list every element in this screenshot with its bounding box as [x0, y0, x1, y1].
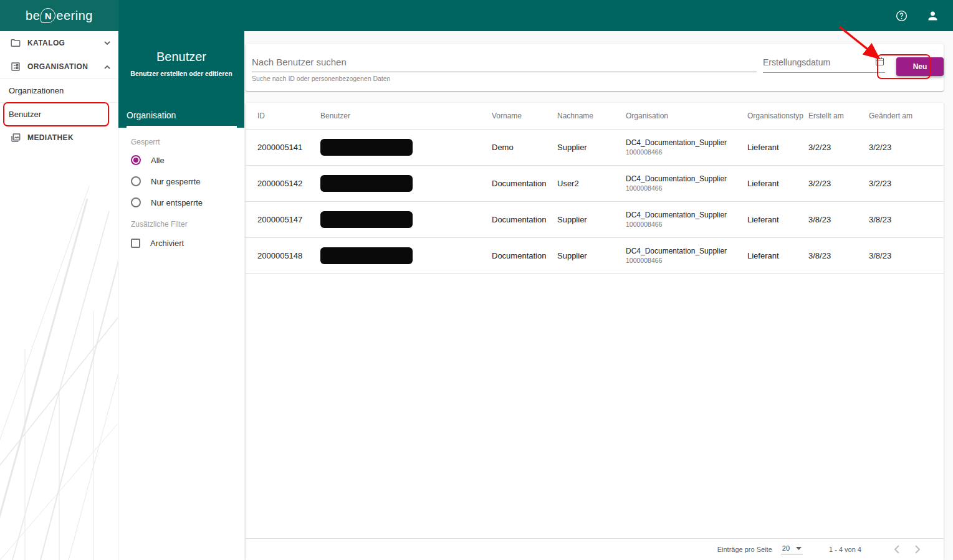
- cell-benutzer: [315, 129, 487, 165]
- col-id[interactable]: ID: [246, 103, 315, 129]
- gesperrt-section-label: Gesperrt: [131, 138, 244, 146]
- chevron-up-icon: [104, 62, 110, 71]
- cell-nachname: Supplier: [552, 237, 621, 273]
- sidebar-item-mediathek[interactable]: MEDIATHEK: [0, 126, 118, 149]
- radio-unselected-icon: [131, 197, 141, 207]
- person-icon[interactable]: [922, 5, 943, 26]
- cell-nachname: Supplier: [552, 129, 621, 165]
- col-organisationstyp[interactable]: Organisationstyp: [742, 103, 803, 129]
- search-hint: Suche nach ID oder personenbezogenen Dat…: [252, 75, 757, 82]
- page-size-value: 20: [782, 544, 790, 552]
- organisation-name: DC4_Documentation_Supplier: [626, 211, 737, 219]
- table-header-row: ID Benutzer Vorname Nachname Organisatio…: [246, 103, 944, 129]
- radio-unselected-icon: [131, 176, 141, 186]
- cell-organisation: DC4_Documentation_Supplier 1000008466: [621, 129, 742, 165]
- cell-vorname: Documentation: [487, 165, 552, 201]
- page-subtitle: Benutzer erstellen oder editieren: [118, 70, 244, 77]
- cell-organisationstyp: Lieferant: [742, 201, 803, 237]
- checkbox-icon: [131, 239, 140, 248]
- cell-organisation: DC4_Documentation_Supplier 1000008466: [621, 237, 742, 273]
- page-range-label: 1 - 4 von 4: [829, 546, 861, 553]
- users-table: ID Benutzer Vorname Nachname Organisatio…: [246, 103, 944, 274]
- col-benutzer[interactable]: Benutzer: [315, 103, 487, 129]
- users-table-card: ID Benutzer Vorname Nachname Organisatio…: [246, 103, 944, 560]
- calendar-icon[interactable]: [874, 56, 885, 69]
- cell-geaendert-am: 3/2/23: [864, 129, 944, 165]
- date-field-wrap: [763, 52, 885, 73]
- organisation-id: 1000008466: [626, 148, 737, 156]
- organisation-name: DC4_Documentation_Supplier: [626, 174, 737, 183]
- paginator: Einträge pro Seite 20 1 - 4 von 4: [246, 538, 944, 560]
- sidebar-subitem-label: Organizationen: [9, 86, 64, 95]
- organisation-id: 1000008466: [626, 184, 737, 192]
- sidebar-item-benutzer[interactable]: Benutzer: [0, 102, 118, 126]
- col-erstellt-am[interactable]: Erstellt am: [803, 103, 864, 129]
- col-organisation[interactable]: Organisation: [621, 103, 742, 129]
- table-row[interactable]: 2000005147 Documentation Supplier DC4_Do…: [246, 201, 944, 237]
- topbar: beNeering: [0, 0, 953, 31]
- page-size-select[interactable]: 20: [781, 544, 803, 554]
- cell-organisationstyp: Lieferant: [742, 237, 803, 273]
- table-row[interactable]: 2000005141 Demo Supplier DC4_Documentati…: [246, 129, 944, 165]
- zusatz-section-label: Zusätzliche Filter: [131, 220, 244, 229]
- tab-organisation[interactable]: Organisation: [127, 110, 237, 128]
- cell-organisationstyp: Lieferant: [742, 165, 803, 201]
- sidebar-item-katalog[interactable]: KATALOG: [0, 31, 118, 55]
- organisation-name: DC4_Documentation_Supplier: [626, 138, 737, 147]
- filter-body: Gesperrt Alle Nur gesperrte Nur entsperr…: [118, 128, 244, 248]
- cell-vorname: Documentation: [487, 201, 552, 237]
- checkbox-archiviert[interactable]: Archiviert: [131, 239, 244, 248]
- radio-nur-gesperrte[interactable]: Nur gesperrte: [131, 176, 244, 186]
- next-page-icon[interactable]: [909, 541, 926, 558]
- radio-label: Alle: [151, 156, 165, 165]
- sidebar: KATALOG ORGANISATION Organizationen Benu…: [0, 31, 118, 560]
- logo-n-emblem: N: [41, 8, 55, 23]
- cell-id: 2000005142: [246, 165, 315, 201]
- folder-icon: [10, 37, 21, 49]
- cell-geaendert-am: 3/8/23: [864, 201, 944, 237]
- users-table-wrap: ID Benutzer Vorname Nachname Organisatio…: [246, 103, 944, 538]
- table-row[interactable]: 2000005148 Documentation Supplier DC4_Do…: [246, 237, 944, 273]
- prev-page-icon[interactable]: [888, 541, 905, 558]
- mediathek-icon: [10, 132, 21, 143]
- sidebar-item-label: KATALOG: [27, 39, 65, 47]
- filter-panel: Benutzer Benutzer erstellen oder editier…: [118, 31, 244, 560]
- sidebar-item-organisation[interactable]: ORGANISATION: [0, 55, 118, 78]
- redacted-username: [320, 139, 413, 156]
- sidebar-nav: KATALOG ORGANISATION Organizationen Benu…: [0, 31, 118, 149]
- col-vorname[interactable]: Vorname: [487, 103, 552, 129]
- sidebar-subitem-label: Benutzer: [9, 110, 41, 119]
- sidebar-item-label: ORGANISATION: [27, 62, 88, 71]
- creation-date-input[interactable]: [763, 52, 885, 73]
- radio-alle[interactable]: Alle: [131, 155, 244, 165]
- new-user-button[interactable]: Neu: [896, 57, 944, 76]
- app-logo: beNeering: [26, 8, 93, 23]
- radio-label: Nur entsperrte: [151, 198, 203, 207]
- logo-area: beNeering: [0, 0, 118, 31]
- radio-selected-icon: [131, 155, 141, 165]
- cell-geaendert-am: 3/2/23: [864, 165, 944, 201]
- search-input[interactable]: [252, 52, 757, 72]
- chevron-down-icon: [104, 39, 110, 47]
- cell-organisationstyp: Lieferant: [742, 129, 803, 165]
- cell-organisation: DC4_Documentation_Supplier 1000008466: [621, 201, 742, 237]
- help-icon[interactable]: [891, 5, 912, 26]
- cell-erstellt-am: 3/8/23: [803, 237, 864, 273]
- col-nachname[interactable]: Nachname: [552, 103, 621, 129]
- cell-benutzer: [315, 165, 487, 201]
- topbar-actions: [891, 0, 953, 31]
- table-row[interactable]: 2000005142 Documentation User2 DC4_Docum…: [246, 165, 944, 201]
- cell-organisation: DC4_Documentation_Supplier 1000008466: [621, 165, 742, 201]
- cell-vorname: Documentation: [487, 237, 552, 273]
- sidebar-item-label: MEDIATHEK: [27, 133, 74, 142]
- logo-text-post: eering: [56, 9, 93, 23]
- cell-erstellt-am: 3/2/23: [803, 129, 864, 165]
- panel-header: Benutzer Benutzer erstellen oder editier…: [118, 31, 244, 128]
- radio-nur-entsperrte[interactable]: Nur entsperrte: [131, 197, 244, 207]
- cell-id: 2000005147: [246, 201, 315, 237]
- building-background-image: [0, 186, 118, 560]
- col-geaendert-am[interactable]: Geändert am: [864, 103, 944, 129]
- sidebar-item-organizationen[interactable]: Organizationen: [0, 78, 118, 102]
- logo-text-pre: be: [26, 9, 40, 23]
- checkbox-label: Archiviert: [150, 239, 184, 248]
